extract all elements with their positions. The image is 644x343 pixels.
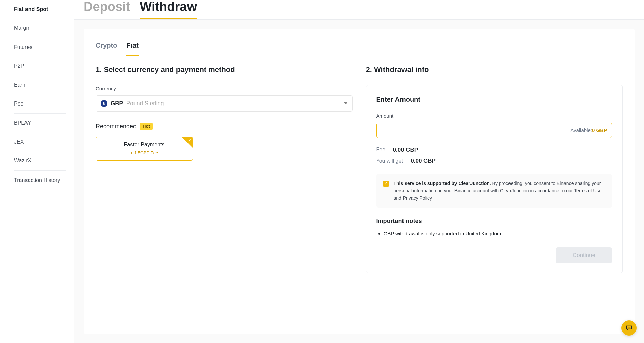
currency-name: Pound Sterling — [126, 99, 164, 108]
tab-withdraw[interactable]: Withdraw — [140, 0, 197, 19]
sidebar-item-bplay[interactable]: BPLAY — [14, 114, 74, 132]
sidebar-item-fiat-and-spot[interactable]: Fiat and Spot — [14, 0, 74, 19]
sidebar-item-transaction-history[interactable]: Transaction History — [14, 171, 74, 190]
payment-method-card[interactable]: Faster Payments + 1.5GBP Fee ✓ — [96, 137, 193, 161]
consent-box: ✓ This service is supported by ClearJunc… — [376, 174, 612, 208]
available-label: Available: — [570, 127, 592, 134]
sidebar-item-wazirx[interactable]: WazirX — [14, 151, 74, 170]
important-notes-title: Important notes — [376, 217, 612, 225]
you-will-get-value: 0.00 GBP — [411, 157, 436, 165]
note-item: GBP withdrawal is only supported in Unit… — [384, 230, 612, 237]
sidebar-item-p2p[interactable]: P2P — [14, 57, 74, 75]
fee-label: Fee: — [376, 146, 387, 153]
step1-title: 1. Select currency and payment method — [96, 65, 353, 75]
consent-bold: This service is supported by ClearJuncti… — [394, 181, 491, 186]
step1-column: 1. Select currency and payment method Cu… — [96, 65, 353, 273]
chat-icon — [625, 324, 633, 332]
sidebar: Fiat and Spot Margin Futures P2P Earn Po… — [0, 0, 74, 343]
sidebar-item-jex[interactable]: JEX — [14, 133, 74, 151]
consent-checkbox[interactable]: ✓ — [383, 181, 389, 187]
continue-button[interactable]: Continue — [556, 247, 612, 263]
amount-input-wrap[interactable]: Available: 0 GBP — [376, 123, 612, 138]
currency-label: Currency — [96, 85, 353, 92]
check-icon: ✓ — [188, 138, 192, 142]
enter-amount-title: Enter Amount — [376, 95, 612, 104]
step2-column: 2. Withdrawal info Enter Amount Amount A… — [366, 65, 623, 273]
sidebar-item-pool[interactable]: Pool — [14, 94, 74, 113]
currency-select[interactable]: £ GBP Pound Sterling — [96, 95, 353, 112]
amount-label: Amount — [376, 112, 612, 119]
hot-badge: Hot — [140, 123, 153, 130]
you-will-get-label: You will get: — [376, 157, 405, 165]
content-card: Crypto Fiat 1. Select currency and payme… — [84, 29, 635, 334]
consent-text: This service is supported by ClearJuncti… — [394, 180, 606, 202]
currency-code: GBP — [111, 99, 123, 108]
fee-value: 0.00 GBP — [393, 146, 418, 154]
important-notes-list: GBP withdrawal is only supported in Unit… — [376, 230, 612, 237]
amount-input[interactable] — [381, 127, 571, 133]
recommended-label: Recommended — [96, 122, 137, 131]
chat-button[interactable] — [621, 320, 637, 336]
chevron-down-icon — [344, 102, 347, 104]
method-fee: + 1.5GBP Fee — [130, 150, 158, 156]
sidebar-item-futures[interactable]: Futures — [14, 38, 74, 57]
available-value: 0 GBP — [592, 127, 607, 134]
pound-icon: £ — [101, 100, 107, 107]
sub-tabs: Crypto Fiat — [96, 39, 623, 56]
subtab-crypto[interactable]: Crypto — [96, 39, 117, 56]
step2-title: 2. Withdrawal info — [366, 65, 623, 75]
sidebar-item-margin[interactable]: Margin — [14, 19, 74, 38]
tab-deposit[interactable]: Deposit — [84, 0, 130, 19]
top-tabs: Deposit Withdraw — [84, 0, 635, 19]
sidebar-item-earn[interactable]: Earn — [14, 76, 74, 94]
method-name: Faster Payments — [124, 141, 165, 148]
withdrawal-info-card: Enter Amount Amount Available: 0 GBP Fee… — [366, 85, 623, 273]
subtab-fiat[interactable]: Fiat — [126, 39, 139, 56]
